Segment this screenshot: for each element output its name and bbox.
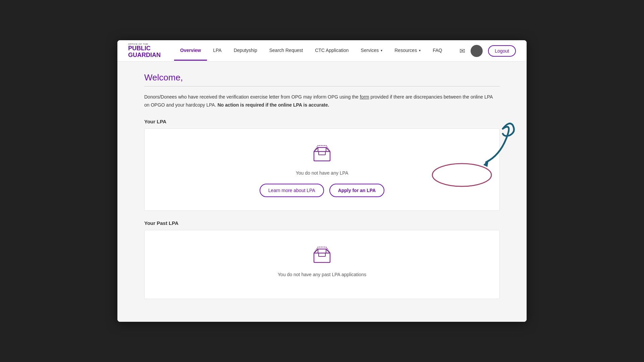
svg-rect-3 bbox=[319, 152, 325, 155]
lpa-empty-msg: You do not have any LPA bbox=[296, 170, 348, 176]
info-paragraph: Donors/Donees who have received the veri… bbox=[144, 93, 493, 109]
nav-lpa[interactable]: LPA bbox=[207, 41, 227, 61]
browser-window: OFFICE OF THE PUBLICGUARDIAN Overview LP… bbox=[117, 40, 527, 322]
navbar: OFFICE OF THE PUBLICGUARDIAN Overview LP… bbox=[117, 40, 527, 62]
welcome-heading: Welcome, bbox=[144, 72, 500, 83]
logout-button[interactable]: Logout bbox=[488, 45, 516, 57]
nav-deputyship[interactable]: Deputyship bbox=[228, 41, 263, 61]
avatar[interactable] bbox=[471, 45, 483, 57]
svg-rect-0 bbox=[314, 152, 330, 161]
past-lpa-empty-msg: You do not have any past LPA application… bbox=[278, 272, 366, 277]
main-content: Welcome, Donors/Donees who have received… bbox=[117, 62, 527, 322]
your-lpa-box: You do not have any LPA Learn more about… bbox=[144, 128, 500, 211]
svg-marker-5 bbox=[483, 160, 489, 167]
nav-ctc-application[interactable]: CTC Application bbox=[309, 41, 355, 61]
nav-services[interactable]: Services ▾ bbox=[355, 41, 389, 61]
mail-icon[interactable]: ✉ bbox=[460, 47, 465, 55]
apply-lpa-button[interactable]: Apply for an LPA bbox=[329, 184, 385, 197]
nav-search-request[interactable]: Search Request bbox=[263, 41, 309, 61]
chevron-down-icon: ▾ bbox=[419, 49, 421, 52]
learn-more-lpa-button[interactable]: Learn more about LPA bbox=[260, 184, 324, 197]
your-lpa-label: Your LPA bbox=[144, 119, 500, 124]
logo: OFFICE OF THE PUBLICGUARDIAN bbox=[128, 43, 161, 59]
nav-faq[interactable]: FAQ bbox=[427, 41, 448, 61]
form-link[interactable]: form bbox=[360, 94, 369, 100]
svg-rect-6 bbox=[314, 253, 330, 262]
svg-rect-9 bbox=[319, 253, 325, 256]
divider bbox=[144, 86, 500, 86]
nav-overview[interactable]: Overview bbox=[174, 41, 207, 61]
nav-resources[interactable]: Resources ▾ bbox=[388, 41, 427, 61]
lpa-btn-group: Learn more about LPA Apply for an LPA bbox=[260, 184, 384, 197]
lpa-empty-icon bbox=[311, 142, 333, 165]
nav-right: ✉ Logout bbox=[460, 45, 516, 57]
past-lpa-empty-icon bbox=[311, 244, 333, 266]
chevron-down-icon: ▾ bbox=[381, 49, 382, 52]
svg-point-4 bbox=[432, 164, 491, 186]
annotation-overlay bbox=[406, 119, 513, 192]
nav-links: Overview LPA Deputyship Search Request C… bbox=[174, 41, 460, 61]
past-lpa-box: You do not have any past LPA application… bbox=[144, 230, 500, 299]
past-lpa-label: Your Past LPA bbox=[144, 220, 500, 226]
logo-main: PUBLICGUARDIAN bbox=[128, 45, 161, 59]
